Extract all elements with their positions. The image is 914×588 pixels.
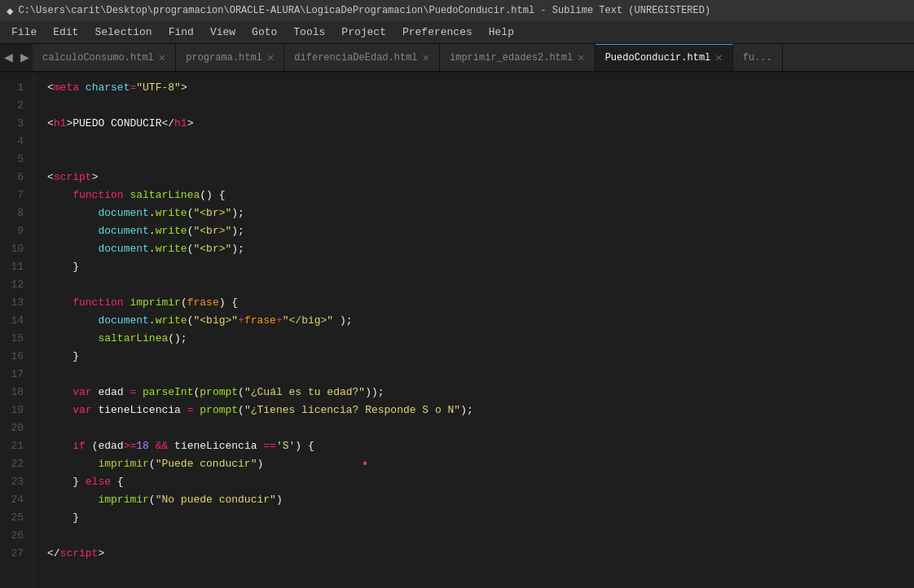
code-line-4 [47,133,914,151]
menu-help[interactable]: Help [481,23,522,42]
line-num-2: 2 [7,97,24,115]
code-line-9: document.write("<br>"); [47,222,914,240]
menu-preferences[interactable]: Preferences [394,23,481,42]
code-line-3: <h1>PUEDO CONDUCIR</h1> [47,115,914,133]
line-num-13: 13 [7,294,24,312]
tab-label: diferenciaDeEdad.html [294,52,417,64]
line-num-17: 17 [7,366,24,384]
line-num-22: 22 [7,455,24,473]
line-num-21: 21 [7,437,24,455]
line-num-23: 23 [7,473,24,491]
tab-label: calculoConsumo.html [42,52,154,64]
tab-label: imprimir_edades2.html [450,52,573,64]
code-line-13: function imprimir(frase) { [47,294,914,312]
tab-close-programa[interactable]: ✕ [267,52,274,64]
code-line-10: document.write("<br>"); [47,240,914,258]
line-num-26: 26 [7,527,24,545]
code-line-22: imprimir("Puede conducir")• [47,455,914,473]
code-line-14: document.write("<big>"+frase+"</big>" ); [47,312,914,330]
code-line-23: } else { [47,473,914,491]
code-line-12 [47,276,914,294]
code-line-2 [47,97,914,115]
line-num-5: 5 [7,151,24,169]
line-num-19: 19 [7,402,24,419]
line-num-27: 27 [7,545,24,563]
tab-label: PuedoConducir.html [605,52,711,64]
menu-goto[interactable]: Goto [244,23,285,42]
title-bar: ◆ C:\Users\carit\Desktop\programacion\OR… [0,0,914,21]
code-line-19: var tieneLicencia = prompt("¿Tienes lice… [47,402,914,419]
menu-bar: File Edit Selection Find View Goto Tools… [0,21,914,44]
line-num-12: 12 [7,276,24,294]
app-icon: ◆ [7,4,13,18]
code-line-25: } [47,509,914,527]
line-num-18: 18 [7,384,24,402]
cursor-indicator: • [361,455,369,473]
code-line-5 [47,151,914,169]
tab-label: programa.html [186,52,262,64]
tab-close-puedoConducir[interactable]: ✕ [715,52,722,64]
tab-label: fu... [743,52,772,64]
line-num-14: 14 [7,312,24,330]
tab-close-imprimir-edades2[interactable]: ✕ [578,52,584,64]
line-numbers: 1 2 3 4 5 6 7 8 9 10 11 12 13 14 15 16 1… [0,72,34,588]
code-line-6: <script> [47,169,914,186]
line-num-9: 9 [7,222,24,240]
code-area[interactable]: <meta charset="UTF-8"> <h1>PUEDO CONDUCI… [34,72,914,588]
code-line-15: saltarLinea(); [47,330,914,348]
line-num-4: 4 [7,133,24,151]
editor: 1 2 3 4 5 6 7 8 9 10 11 12 13 14 15 16 1… [0,72,914,588]
code-line-21: if (edad>=18 && tieneLicencia =='S') { [47,437,914,455]
code-line-7: function saltarLinea() { [47,186,914,204]
tab-next-button[interactable]: ▶ [16,44,33,71]
code-line-27: </script> [47,545,914,563]
tab-close-diferenciaDeEdad[interactable]: ✕ [423,52,429,64]
tab-prev-button[interactable]: ◀ [0,44,16,71]
line-num-15: 15 [7,330,24,348]
tab-programa[interactable]: programa.html ✕ [176,44,284,71]
code-line-26 [47,527,914,545]
line-num-1: 1 [7,79,24,97]
code-line-11: } [47,258,914,276]
menu-selection[interactable]: Selection [86,23,160,42]
line-num-7: 7 [7,186,24,204]
tab-calculoConsumo[interactable]: calculoConsumo.html ✕ [33,44,176,71]
code-line-8: document.write("<br>"); [47,204,914,222]
line-num-16: 16 [7,348,24,366]
tab-diferenciaDeEdad[interactable]: diferenciaDeEdad.html ✕ [284,44,440,71]
tab-puedoConducir[interactable]: PuedoConducir.html ✕ [595,44,733,71]
menu-project[interactable]: Project [333,23,394,42]
line-num-3: 3 [7,115,24,133]
code-line-17 [47,366,914,384]
code-line-20 [47,419,914,437]
menu-edit[interactable]: Edit [45,23,86,42]
menu-find[interactable]: Find [160,23,202,42]
tabs-bar: ◀ ▶ calculoConsumo.html ✕ programa.html … [0,44,914,72]
menu-view[interactable]: View [202,23,244,42]
code-line-24: imprimir("No puede conducir") [47,491,914,509]
line-num-20: 20 [7,419,24,437]
code-line-16: } [47,348,914,366]
line-num-10: 10 [7,240,24,258]
code-line-18: var edad = parseInt(prompt("¿Cuál es tu … [47,384,914,402]
line-num-11: 11 [7,258,24,276]
tab-imprimir-edades2[interactable]: imprimir_edades2.html ✕ [440,44,595,71]
tab-close-calculoConsumo[interactable]: ✕ [159,52,165,64]
tab-fu[interactable]: fu... [733,44,783,71]
menu-file[interactable]: File [3,23,45,42]
line-num-6: 6 [7,169,24,186]
line-num-24: 24 [7,491,24,509]
menu-tools[interactable]: Tools [285,23,333,42]
code-line-1: <meta charset="UTF-8"> [47,79,914,97]
title-text: C:\Users\carit\Desktop\programacion\ORAC… [18,5,710,16]
line-num-25: 25 [7,509,24,527]
line-num-8: 8 [7,204,24,222]
